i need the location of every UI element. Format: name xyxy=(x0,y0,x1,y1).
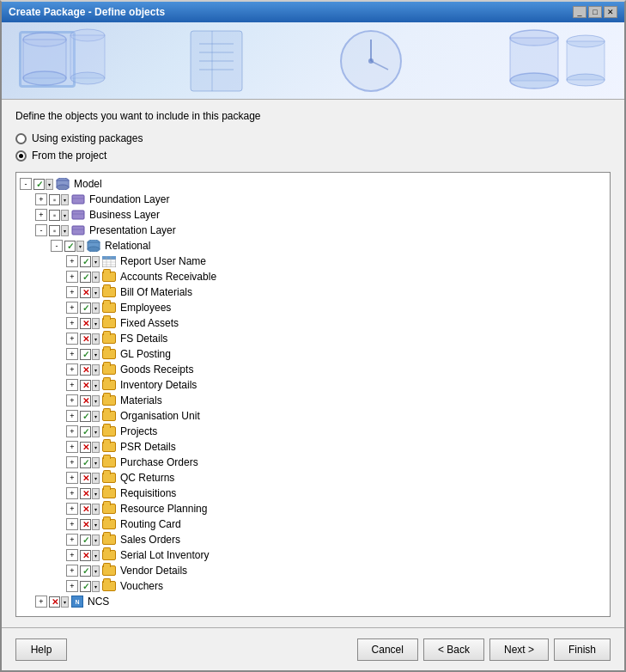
tree-item-serial-lot-inventory[interactable]: + ✕ ▾ Serial Lot Inventory xyxy=(20,547,606,563)
expand-requisitions[interactable]: + xyxy=(66,487,78,499)
expand-sales-orders[interactable]: + xyxy=(66,534,78,546)
tree-item-report-user-name[interactable]: + ✓ ▾ Report User Name xyxy=(20,254,606,269)
tree-item-accounts-receivable[interactable]: + ✓ ▾ Accounts Receivable xyxy=(20,269,606,284)
psr-details-check: ✕ xyxy=(80,442,91,453)
vendor-details-dropdown[interactable]: ▾ xyxy=(92,565,100,577)
back-button[interactable]: < Back xyxy=(423,638,484,661)
expand-ncs[interactable]: + xyxy=(35,596,47,608)
routing-card-dropdown[interactable]: ▾ xyxy=(92,519,100,530)
gl-posting-dropdown[interactable]: ▾ xyxy=(92,349,100,360)
foundation-check-dropdown[interactable]: ▾ xyxy=(61,194,69,205)
tree-item-bill-of-materials[interactable]: + ✕ ▾ Bill Of Materials xyxy=(20,284,606,300)
expand-inventory-details[interactable]: + xyxy=(66,379,78,391)
expand-qc-returns[interactable]: + xyxy=(66,472,78,484)
expand-report-user-name[interactable]: + xyxy=(66,255,78,267)
expand-purchase-orders[interactable]: + xyxy=(66,456,78,468)
business-layer-icon xyxy=(71,209,85,221)
expand-business[interactable]: + xyxy=(35,209,47,221)
tree-item-gl-posting[interactable]: + ✓ ▾ GL Posting xyxy=(20,346,606,362)
gl-posting-check: ✓ xyxy=(80,349,91,360)
requisitions-dropdown[interactable]: ▾ xyxy=(92,488,100,499)
expand-projects[interactable]: + xyxy=(66,425,78,437)
help-button[interactable]: Help xyxy=(15,638,67,661)
organisation-unit-dropdown[interactable]: ▾ xyxy=(92,411,100,422)
fixed-assets-dropdown[interactable]: ▾ xyxy=(92,318,100,329)
expand-foundation[interactable]: + xyxy=(35,193,47,205)
tree-item-resource-planning[interactable]: + ✕ ▾ Resource Planning xyxy=(20,501,606,516)
inventory-details-dropdown[interactable]: ▾ xyxy=(92,380,100,391)
tree-item-sales-orders[interactable]: + ✓ ▾ Sales Orders xyxy=(20,532,606,547)
expand-accounts-receivable[interactable]: + xyxy=(66,271,78,283)
expand-model[interactable]: - xyxy=(20,178,32,190)
tree-item-foundation[interactable]: + ▪ ▾ Foundation Layer xyxy=(20,192,606,207)
expand-bill-of-materials[interactable]: + xyxy=(66,286,78,298)
model-check-dropdown[interactable]: ▾ xyxy=(46,179,53,190)
tree-item-goods-receipts[interactable]: + ✕ ▾ Goods Receipts xyxy=(20,362,606,377)
expand-employees[interactable]: + xyxy=(66,302,78,314)
tree-item-projects[interactable]: + ✓ ▾ Projects xyxy=(20,424,606,439)
sales-orders-dropdown[interactable]: ▾ xyxy=(92,535,100,546)
expand-gl-posting[interactable]: + xyxy=(66,348,78,360)
cancel-button[interactable]: Cancel xyxy=(357,638,418,661)
expand-vouchers[interactable]: + xyxy=(66,580,78,592)
minimize-button[interactable]: _ xyxy=(573,6,586,18)
serial-lot-inventory-dropdown[interactable]: ▾ xyxy=(92,550,100,561)
expand-fixed-assets[interactable]: + xyxy=(66,317,78,329)
expand-goods-receipts[interactable]: + xyxy=(66,363,78,376)
tree-item-psr-details[interactable]: + ✕ ▾ PSR Details xyxy=(20,439,606,455)
tree-item-qc-returns[interactable]: + ✕ ▾ QC Returns xyxy=(20,470,606,486)
relational-check-dropdown[interactable]: ▾ xyxy=(76,241,84,252)
expand-serial-lot-inventory[interactable]: + xyxy=(66,549,78,561)
ncs-dropdown[interactable]: ▾ xyxy=(61,596,69,608)
tree-item-employees[interactable]: + ✓ ▾ Employees xyxy=(20,300,606,315)
radio-from-project[interactable]: From the project xyxy=(15,150,611,162)
expand-materials[interactable]: + xyxy=(66,394,78,406)
expand-vendor-details[interactable]: + xyxy=(66,565,78,577)
presentation-check-dropdown[interactable]: ▾ xyxy=(61,225,69,236)
employees-dropdown[interactable]: ▾ xyxy=(92,302,100,314)
tree-item-fs-details[interactable]: + ✕ ▾ FS Details xyxy=(20,331,606,346)
tree-item-requisitions[interactable]: + ✕ ▾ Requisitions xyxy=(20,486,606,501)
business-check-dropdown[interactable]: ▾ xyxy=(61,210,69,221)
qc-returns-dropdown[interactable]: ▾ xyxy=(92,473,100,484)
tree-container[interactable]: - ✓ ▾ Model + ▪ ▾ xyxy=(15,172,611,617)
close-button[interactable]: ✕ xyxy=(604,6,617,18)
resource-planning-dropdown[interactable]: ▾ xyxy=(92,504,100,515)
folder-icon-projects xyxy=(102,426,116,437)
expand-psr-details[interactable]: + xyxy=(66,441,78,453)
tree-item-routing-card[interactable]: + ✕ ▾ Routing Card xyxy=(20,516,606,532)
bill-of-materials-dropdown[interactable]: ▾ xyxy=(92,287,100,298)
projects-dropdown[interactable]: ▾ xyxy=(92,426,100,437)
accounts-receivable-dropdown[interactable]: ▾ xyxy=(92,272,100,283)
psr-details-dropdown[interactable]: ▾ xyxy=(92,442,100,453)
expand-resource-planning[interactable]: + xyxy=(66,503,78,515)
expand-organisation-unit[interactable]: + xyxy=(66,410,78,422)
tree-item-organisation-unit[interactable]: + ✓ ▾ Organisation Unit xyxy=(20,408,606,424)
radio-existing-packages[interactable]: Using existing packages xyxy=(15,132,611,144)
tree-item-vendor-details[interactable]: + ✓ ▾ Vendor Details xyxy=(20,563,606,578)
expand-relational[interactable]: - xyxy=(51,240,63,252)
tree-item-vouchers[interactable]: + ✓ ▾ Vouchers xyxy=(20,578,606,594)
expand-fs-details[interactable]: + xyxy=(66,333,78,345)
tree-item-inventory-details[interactable]: + ✕ ▾ Inventory Details xyxy=(20,377,606,393)
tree-item-materials[interactable]: + ✕ ▾ Materials xyxy=(20,393,606,408)
fs-details-dropdown[interactable]: ▾ xyxy=(92,333,100,345)
vouchers-dropdown[interactable]: ▾ xyxy=(92,581,100,592)
purchase-orders-dropdown[interactable]: ▾ xyxy=(92,457,100,468)
expand-presentation[interactable]: - xyxy=(35,224,47,236)
tree-item-model[interactable]: - ✓ ▾ Model xyxy=(20,176,606,192)
tree-item-ncs[interactable]: + ✕ ▾ N NCS xyxy=(20,594,606,609)
expand-routing-card[interactable]: + xyxy=(66,518,78,530)
tree-item-fixed-assets[interactable]: + ✕ ▾ Fixed Assets xyxy=(20,315,606,331)
maximize-button[interactable]: □ xyxy=(588,6,602,18)
tree-item-presentation[interactable]: - ▪ ▾ Presentation Layer xyxy=(20,223,606,238)
tree-item-relational[interactable]: - ✓ ▾ Relational xyxy=(20,238,606,254)
tree-item-business[interactable]: + ▪ ▾ Business Layer xyxy=(20,207,606,223)
report-user-name-dropdown[interactable]: ▾ xyxy=(92,256,100,267)
materials-dropdown[interactable]: ▾ xyxy=(92,395,100,406)
goods-receipts-dropdown[interactable]: ▾ xyxy=(92,364,100,376)
foundation-check-group: ▪ ▾ xyxy=(49,194,69,205)
tree-item-purchase-orders[interactable]: + ✓ ▾ Purchase Orders xyxy=(20,455,606,470)
next-button[interactable]: Next > xyxy=(489,638,549,661)
finish-button[interactable]: Finish xyxy=(554,638,611,661)
